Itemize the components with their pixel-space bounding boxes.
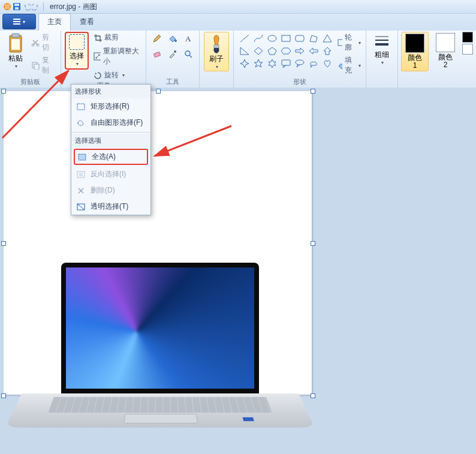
svg-rect-23: [282, 35, 290, 41]
svg-point-27: [311, 66, 312, 67]
shape-outline-button[interactable]: 轮廓▾: [336, 32, 362, 53]
magnifier-tool[interactable]: [181, 47, 195, 61]
cut-button[interactable]: 剪切: [30, 32, 57, 53]
svg-line-37: [2, 71, 68, 138]
svg-rect-33: [79, 154, 86, 160]
delete-icon: [76, 186, 86, 196]
dd-item-free-select[interactable]: 自由图形选择(F): [71, 115, 150, 131]
group-tools-label: 工具: [166, 77, 179, 88]
shape-right-tri[interactable]: [237, 44, 252, 58]
canvas-handle-n[interactable]: [156, 89, 161, 94]
shapes-gallery[interactable]: [237, 32, 333, 69]
svg-line-38: [155, 126, 231, 156]
svg-rect-4: [15, 7, 19, 10]
shape-roundrect[interactable]: [293, 32, 307, 45]
canvas-handle-sw[interactable]: [1, 393, 6, 398]
qat-save-icon[interactable]: [12, 2, 22, 11]
dd-item-invert[interactable]: 反向选择(I): [71, 166, 150, 182]
fill-tool[interactable]: [165, 32, 180, 45]
shape-heart[interactable]: [320, 57, 335, 70]
resize-button[interactable]: 重新调整大小: [92, 46, 143, 67]
shape-callout-rect[interactable]: [279, 57, 293, 70]
svg-point-22: [268, 35, 276, 41]
color1-button[interactable]: 颜色 1: [401, 32, 429, 71]
shape-callout-oval[interactable]: [293, 57, 307, 70]
palette-black[interactable]: [462, 32, 473, 43]
canvas-handle-se[interactable]: [311, 393, 315, 398]
app-icon: [2, 2, 12, 11]
svg-rect-24: [296, 35, 304, 41]
svg-rect-1: [5, 4, 10, 9]
dd-item-transparent[interactable]: 透明选择(T): [71, 199, 150, 215]
crop-button[interactable]: 裁剪: [92, 32, 143, 43]
svg-rect-6: [13, 21, 20, 22]
stroke-width-button[interactable]: 粗细▾: [370, 32, 394, 67]
svg-rect-18: [153, 52, 160, 57]
svg-rect-9: [12, 34, 19, 37]
group-shapes-label: 形状: [293, 77, 306, 88]
dd-section-options: 选择选项: [71, 134, 150, 148]
brush-label: 刷子: [209, 54, 224, 64]
shape-star4[interactable]: [237, 57, 252, 70]
group-stroke: 粗细▾: [366, 31, 398, 88]
shape-curve[interactable]: [251, 32, 266, 45]
color2-button[interactable]: 颜色 2: [432, 32, 459, 70]
tab-view[interactable]: 查看: [71, 13, 103, 31]
shape-triangle[interactable]: [320, 32, 335, 45]
dd-item-delete[interactable]: 删除(D): [71, 182, 150, 199]
palette-white[interactable]: [462, 44, 473, 55]
eraser-tool[interactable]: [150, 47, 164, 61]
rotate-button[interactable]: 旋转▾: [92, 70, 143, 81]
stroke-label: 粗细: [375, 50, 389, 60]
svg-rect-21: [214, 45, 219, 48]
shape-arrow-up[interactable]: [320, 44, 335, 58]
svg-point-20: [185, 51, 190, 56]
brush-icon: [208, 34, 225, 54]
shape-rect[interactable]: [279, 32, 293, 45]
svg-text:A: A: [185, 34, 191, 43]
outline-icon: [337, 38, 343, 47]
fill-icon: [337, 61, 343, 70]
tab-home[interactable]: 主页: [38, 13, 71, 31]
color1-swatch: [405, 34, 424, 53]
svg-rect-32: [77, 104, 85, 110]
crop-icon: [94, 34, 102, 42]
dd-item-rect-select[interactable]: 矩形选择(R): [71, 98, 150, 115]
clipboard-icon: [7, 33, 24, 53]
shape-star6[interactable]: [265, 57, 279, 70]
qat-undo-icon[interactable]: [22, 2, 31, 11]
shape-callout-cloud[interactable]: [306, 57, 321, 70]
shape-star5[interactable]: [251, 57, 266, 70]
group-brush: 刷子▾: [200, 31, 234, 88]
select-dropdown: 选择形状 矩形选择(R) 自由图形选择(F) 选择选项 全选(A) 反向选择(I…: [71, 84, 151, 215]
resize-icon: [94, 52, 101, 61]
file-menu-button[interactable]: ▾: [2, 14, 36, 29]
group-colors: 颜色 1 颜色 2: [398, 31, 476, 88]
canvas-handle-ne[interactable]: [311, 89, 315, 94]
svg-rect-28: [338, 40, 343, 46]
shape-hexagon[interactable]: [279, 44, 293, 58]
dd-item-select-all[interactable]: 全选(A): [74, 149, 148, 165]
shape-arrow-left[interactable]: [306, 44, 321, 58]
select-all-icon: [77, 152, 87, 162]
annotation-arrow-2: [147, 120, 237, 174]
annotation-arrow-1: [0, 60, 78, 156]
canvas-handle-w[interactable]: [1, 241, 6, 246]
select-rect-icon: [69, 34, 85, 50]
shape-line[interactable]: [237, 32, 252, 45]
stroke-icon: [373, 33, 390, 50]
brush-button[interactable]: 刷子▾: [204, 32, 229, 71]
qat-redo-icon[interactable]: [31, 2, 41, 11]
pencil-tool[interactable]: [150, 32, 164, 45]
shape-oval[interactable]: [265, 32, 279, 45]
svg-rect-5: [13, 19, 20, 20]
shape-arrow-right[interactable]: [293, 44, 307, 58]
shape-polygon[interactable]: [306, 32, 321, 45]
shape-diamond[interactable]: [251, 44, 266, 58]
canvas-handle-e[interactable]: [311, 241, 315, 246]
invert-select-icon: [76, 170, 86, 179]
text-tool[interactable]: A: [181, 32, 195, 45]
picker-tool[interactable]: [165, 47, 180, 61]
shape-pentagon[interactable]: [265, 44, 279, 58]
shape-fill-button[interactable]: 填充▾: [336, 55, 362, 76]
